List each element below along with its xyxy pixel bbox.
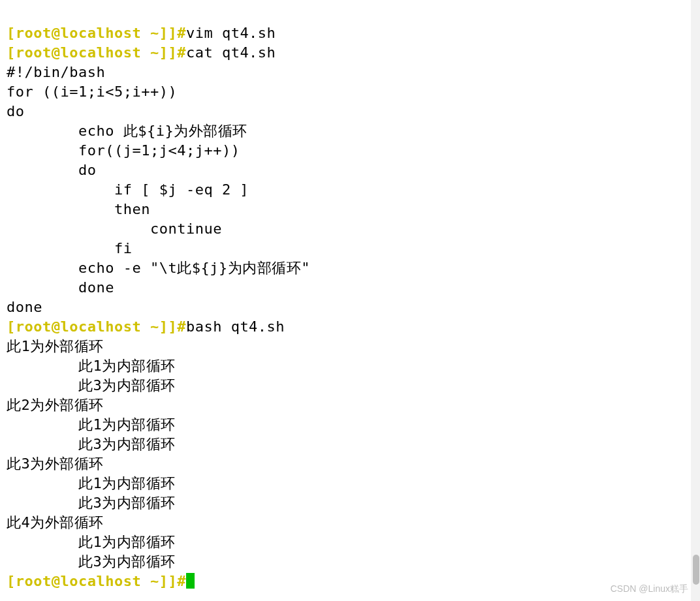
watermark: CSDN @Linux糕手 (611, 579, 688, 598)
output-line: 此1为外部循环 (7, 338, 104, 354)
output-line: 此3为内部循环 (7, 495, 176, 511)
output-line: 此4为外部循环 (7, 514, 104, 531)
script-line: for ((i=1;i<5;i++)) (7, 84, 177, 100)
script-line: do (7, 162, 96, 178)
scrollbar-thumb[interactable] (693, 555, 699, 585)
prompt: [root@localhost ~]]# (7, 44, 186, 61)
cursor (186, 573, 195, 589)
output-line: 此1为内部循环 (7, 358, 176, 374)
script-line: do (7, 103, 25, 119)
output-line: 此3为外部循环 (7, 455, 104, 472)
script-line: #!/bin/bash (7, 64, 105, 80)
output-line: 此3为内部循环 (7, 553, 176, 570)
script-line: if [ $j -eq 2 ] (7, 181, 249, 198)
prompt: [root@localhost ~]]# (7, 25, 186, 41)
script-line: continue (7, 221, 222, 237)
output-line: 此2为外部循环 (7, 397, 104, 413)
command-vim: vim qt4.sh (186, 25, 276, 41)
command-cat: cat qt4.sh (186, 44, 276, 61)
script-line: for((j=1;j<4;j++)) (7, 142, 240, 159)
output-line: 此1为内部循环 (7, 416, 176, 433)
script-line: then (7, 201, 150, 217)
script-line: done (7, 279, 114, 296)
script-line: echo -e "\t此${j}为内部循环" (7, 260, 310, 276)
output-line: 此3为内部循环 (7, 436, 176, 452)
output-line: 此1为内部循环 (7, 475, 176, 491)
prompt: [root@localhost ~]]# (7, 573, 186, 589)
scrollbar[interactable] (691, 0, 700, 601)
script-line: done (7, 299, 42, 315)
terminal[interactable]: [root@localhost ~]]#vim qt4.sh [root@loc… (0, 0, 700, 591)
prompt: [root@localhost ~]]# (7, 318, 186, 335)
command-bash: bash qt4.sh (186, 318, 285, 335)
script-line: echo 此${i}为外部循环 (7, 123, 247, 139)
output-line: 此1为内部循环 (7, 534, 176, 550)
script-line: fi (7, 240, 132, 256)
output-line: 此3为内部循环 (7, 377, 176, 393)
